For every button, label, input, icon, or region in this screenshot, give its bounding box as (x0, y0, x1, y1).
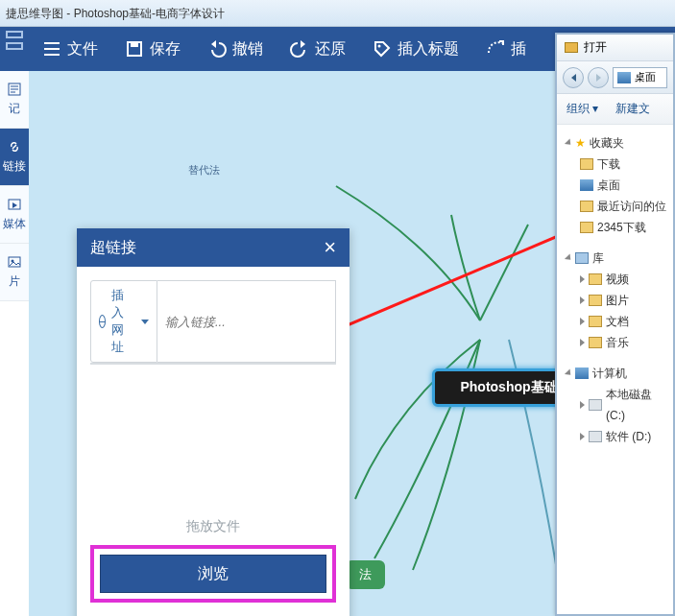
plus-arc-icon (486, 39, 505, 59)
tab-media-label: 媒体 (3, 216, 26, 232)
hamburger-icon (42, 39, 61, 59)
insert-more-label: 插 (511, 39, 526, 59)
tree-recent[interactable]: 最近访问的位 (561, 196, 669, 217)
url-input[interactable] (157, 280, 336, 363)
recent-icon (580, 201, 593, 212)
undo-icon (207, 39, 227, 59)
desktop-icon (580, 179, 593, 191)
organize-button[interactable]: 组织 ▾ (567, 101, 598, 117)
new-folder-button[interactable]: 新建文 (615, 101, 650, 117)
docs-icon (589, 316, 602, 327)
redo-icon (290, 39, 309, 59)
folder-tree: ★收藏夹 下载 桌面 最近访问的位 2345下载 库 视频 图片 文档 音乐 计… (557, 125, 673, 455)
save-icon (125, 39, 144, 59)
browse-highlight: 浏览 (90, 545, 336, 603)
desktop-icon (617, 72, 631, 83)
tab-link-label: 链接 (3, 158, 26, 175)
file-label: 文件 (67, 39, 98, 59)
insert-title-label: 插入标题 (398, 39, 459, 59)
drive-icon (589, 431, 602, 442)
tree-cdrive[interactable]: 本地磁盘 (C:) (561, 384, 669, 426)
browse-button[interactable]: 浏览 (100, 555, 326, 593)
chevron-down-icon (141, 320, 149, 324)
globe-icon (99, 315, 106, 328)
window-title: 捷思维导图 - Photoshop基础-电商字体设计 (0, 0, 675, 27)
media-icon (7, 197, 22, 212)
tree-music[interactable]: 音乐 (561, 332, 669, 353)
insert-url-label: 插入网址 (111, 287, 133, 356)
hyperlink-title: 超链接 (90, 238, 136, 258)
path-label: 桌面 (635, 70, 656, 84)
note-icon (7, 82, 22, 97)
tab-note[interactable]: 记 (0, 71, 29, 129)
tab-note-label: 记 (9, 101, 20, 117)
drop-file-hint: 拖放文件 (90, 518, 336, 535)
tab-pic[interactable]: 片 (0, 244, 29, 301)
folder-icon (580, 158, 593, 170)
tree-downloads[interactable]: 下载 (561, 154, 669, 175)
arrow-left-icon (571, 74, 576, 82)
tab-media[interactable]: 媒体 (0, 186, 29, 244)
tree-pictures[interactable]: 图片 (561, 290, 669, 311)
mindmap-child-1[interactable]: 法 (346, 560, 385, 589)
svg-point-2 (378, 45, 381, 48)
tag-icon (373, 39, 392, 59)
video-icon (589, 273, 602, 285)
arrow-right-icon (596, 74, 601, 82)
folder-icon (565, 42, 578, 53)
svg-rect-1 (131, 42, 138, 47)
save-label: 保存 (150, 39, 181, 59)
hyperlink-dialog: 超链接 × 插入网址 拖放文件 浏览 (77, 228, 350, 616)
undo-button[interactable]: 撤销 (207, 39, 263, 59)
tree-favorites[interactable]: ★收藏夹 (561, 132, 669, 154)
close-icon[interactable]: × (324, 235, 336, 260)
nav-back-button[interactable] (563, 67, 584, 88)
link-icon (7, 139, 22, 154)
open-dialog: 打开 桌面 组织 ▾ 新建文 ★收藏夹 下载 桌面 最近访问的位 2345下载 … (555, 33, 675, 616)
tree-video[interactable]: 视频 (561, 269, 669, 290)
tree-2345[interactable]: 2345下载 (561, 217, 669, 238)
svg-line-7 (336, 228, 576, 330)
redo-label: 还原 (315, 39, 346, 59)
pictures-icon (589, 295, 602, 306)
tree-computer[interactable]: 计算机 (561, 363, 669, 384)
library-icon (575, 252, 589, 264)
tree-ddrive[interactable]: 软件 (D:) (561, 426, 669, 447)
insert-more-button[interactable]: 插 (486, 39, 526, 59)
star-icon: ★ (575, 132, 586, 154)
undo-label: 撤销 (232, 39, 263, 59)
tree-desktop[interactable]: 桌面 (561, 175, 669, 196)
picture-icon (7, 254, 22, 270)
nav-forward-button[interactable] (588, 67, 609, 88)
insert-title-button[interactable]: 插入标题 (373, 39, 459, 59)
tree-library[interactable]: 库 (561, 248, 669, 269)
folder-icon (580, 222, 593, 233)
file-menu[interactable]: 文件 (42, 39, 98, 59)
computer-icon (575, 367, 589, 379)
side-tabs: 记 链接 媒体 片 (0, 71, 29, 301)
path-breadcrumb[interactable]: 桌面 (613, 67, 667, 88)
tab-pic-label: 片 (9, 273, 20, 290)
tree-docs[interactable]: 文档 (561, 311, 669, 332)
insert-url-dropdown[interactable]: 插入网址 (90, 280, 157, 363)
annotation-arrow (336, 225, 586, 330)
canvas-label: 替代法 (188, 163, 220, 178)
ribbon-handle (0, 27, 29, 71)
music-icon (589, 337, 602, 348)
redo-button[interactable]: 还原 (290, 39, 346, 59)
open-dialog-title: 打开 (584, 39, 607, 56)
save-button[interactable]: 保存 (125, 39, 181, 59)
drive-icon (589, 399, 602, 411)
tab-link[interactable]: 链接 (0, 129, 29, 186)
